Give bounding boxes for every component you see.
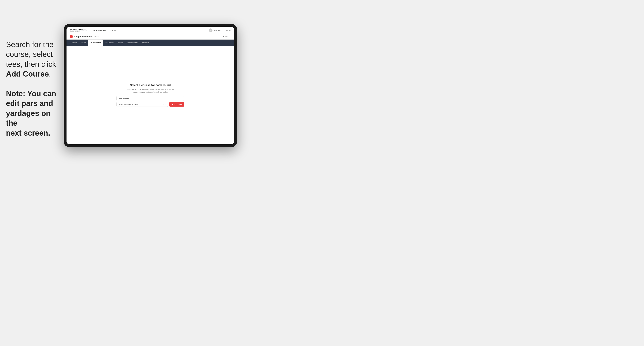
tab-bar: Details Teams Course Setup Tee Groups Re… — [66, 40, 234, 46]
annotation-period: . — [49, 70, 51, 78]
user-avatar: T — [209, 28, 212, 32]
nav-tournaments[interactable]: TOURNAMENTS — [92, 28, 106, 32]
annotation-text: Search for the course, select tees, then… — [6, 40, 62, 138]
annotation-note-line4: next screen. — [6, 129, 50, 137]
tee-value: Gold (M) (M) (7010 yds) — [119, 103, 138, 105]
tab-teams[interactable]: Teams — [79, 40, 88, 46]
main-content: Select a course for each round Search fo… — [66, 46, 234, 144]
annotation-note-line2: edit pars and — [6, 99, 53, 108]
user-area: T Test User | Sign out — [209, 28, 231, 32]
tee-row: Gold (M) (M) (7010 yds) ✕ ⌄ Add Course — [116, 102, 184, 107]
logo-scoreboard: SCOREBOARD — [70, 28, 88, 31]
tournament-header: C Clippd Invitational (Men) Cancel ✕ — [66, 34, 234, 40]
tournament-name: Clippd Invitational — [74, 35, 93, 38]
cancel-button[interactable]: Cancel ✕ — [223, 36, 231, 38]
logo-area: SCOREBOARD Powered by clippd — [70, 28, 88, 32]
course-section: Select a course for each round Search fo… — [116, 84, 184, 107]
tee-controls: ✕ ⌄ — [162, 103, 166, 105]
annotation-line2: course, select — [6, 50, 52, 58]
nav-teams[interactable]: TEAMS — [110, 28, 116, 32]
top-navigation: SCOREBOARD Powered by clippd TOURNAMENTS… — [66, 27, 234, 34]
tee-select[interactable]: Gold (M) (M) (7010 yds) ✕ ⌄ — [116, 102, 168, 107]
chevron-icon: ⌄ — [164, 103, 166, 105]
annotation-note-line3: yardages on the — [6, 109, 50, 127]
sign-out-link[interactable]: Sign out — [225, 29, 231, 31]
add-course-button[interactable]: Add Course — [169, 102, 184, 107]
annotation-bold1: Add Course — [6, 70, 49, 78]
section-title: Select a course for each round — [130, 84, 171, 87]
user-name: Test User — [214, 29, 221, 31]
clear-icon[interactable]: ✕ — [162, 103, 164, 105]
annotation-line3: tees, then click — [6, 60, 56, 68]
tablet-device: SCOREBOARD Powered by clippd TOURNAMENTS… — [64, 24, 237, 147]
tournament-icon: C — [70, 35, 73, 38]
tab-printables[interactable]: Printables — [140, 40, 151, 46]
section-description: Search for a course and select a tee. Yo… — [126, 88, 174, 93]
logo-sub: Powered by clippd — [70, 31, 88, 32]
tablet-screen: SCOREBOARD Powered by clippd TOURNAMENTS… — [66, 27, 234, 144]
annotation-line1: Search for the — [6, 40, 54, 49]
tab-tee-groups[interactable]: Tee Groups — [103, 40, 116, 46]
tab-course-setup[interactable]: Course Setup — [88, 40, 103, 46]
tab-leaderboards[interactable]: Leaderboards — [125, 40, 140, 46]
tournament-gender: (Men) — [94, 36, 98, 38]
tab-results[interactable]: Results — [116, 40, 125, 46]
nav-links: TOURNAMENTS TEAMS — [92, 28, 209, 32]
course-search-input[interactable] — [116, 96, 184, 101]
pipe-separator: | — [223, 29, 223, 31]
tab-details[interactable]: Details — [70, 40, 79, 46]
annotation-note-label: Note: You can — [6, 89, 56, 98]
